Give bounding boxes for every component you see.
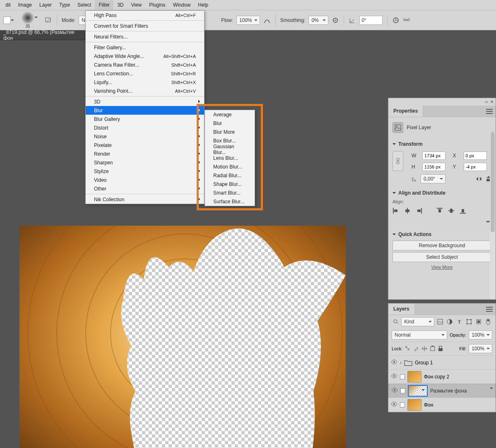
submenu-item-radial-blur-[interactable]: Radial Blur... xyxy=(205,171,255,180)
smoothing-select[interactable]: 0% xyxy=(308,16,328,25)
menu-item-render[interactable]: Render xyxy=(86,149,204,158)
menu-image[interactable]: Image xyxy=(14,0,36,10)
menu-item-distort[interactable]: Distort xyxy=(86,123,204,132)
menu-item-liquify-[interactable]: Liquify...Shift+Ctrl+X xyxy=(86,78,204,87)
airbrush-icon[interactable] xyxy=(263,17,271,24)
canvas-image[interactable] xyxy=(19,226,346,448)
view-more-link[interactable]: View More xyxy=(392,265,491,270)
menu-plugins[interactable]: Plugins xyxy=(145,0,169,10)
menu-item-stylize[interactable]: Stylize xyxy=(86,167,204,176)
smoothing-gear-icon[interactable] xyxy=(332,17,339,24)
layer-checkbox[interactable] xyxy=(400,388,405,393)
layer-thumbnail[interactable] xyxy=(407,371,421,383)
butterfly-icon[interactable] xyxy=(403,17,410,24)
menu-item-noise[interactable]: Noise xyxy=(86,132,204,141)
layer-thumbnail[interactable] xyxy=(407,399,421,411)
submenu-item-shape-blur-[interactable]: Shape Blur... xyxy=(205,180,255,188)
layer-checkbox[interactable] xyxy=(400,374,405,379)
angle-input[interactable]: 0° xyxy=(359,16,383,25)
tool-preset-dropdown[interactable] xyxy=(3,17,11,24)
menu-window[interactable]: Window xyxy=(169,0,195,10)
visibility-icon[interactable] xyxy=(391,388,398,394)
submenu-item-lens-blur-[interactable]: Lens Blur... xyxy=(205,154,255,162)
layers-tab[interactable]: Layers xyxy=(388,303,415,315)
submenu-item-average[interactable]: Average xyxy=(205,110,255,119)
close-icon[interactable]: ✕ xyxy=(490,99,494,105)
panel-scrollbar[interactable] xyxy=(490,132,496,299)
menu-item-pixelate[interactable]: Pixelate xyxy=(86,141,204,149)
filter-adjust-icon[interactable] xyxy=(446,318,454,325)
menu-item-filter-gallery-[interactable]: Filter Gallery... xyxy=(86,43,204,52)
visibility-icon[interactable] xyxy=(391,373,397,380)
menu-item-camera-raw-filter-[interactable]: Camera Raw Filter...Shift+Ctrl+A xyxy=(86,60,204,69)
select-subject-button[interactable]: Select Subject xyxy=(392,252,491,262)
symmetry-icon[interactable] xyxy=(392,17,400,24)
rotation-select[interactable]: 0,00° xyxy=(421,174,445,183)
blend-mode-select[interactable]: Normal xyxy=(392,330,447,340)
link-wh-icon[interactable] xyxy=(392,151,403,171)
filter-toggle-icon[interactable] xyxy=(484,318,492,325)
flip-h-icon[interactable] xyxy=(476,176,482,182)
align-header[interactable]: Align and Distribute xyxy=(392,188,491,198)
lock-artboard-icon[interactable] xyxy=(430,346,436,352)
transform-header[interactable]: Transform xyxy=(392,140,491,149)
panel-menu-icon[interactable] xyxy=(486,108,493,115)
filter-shape-icon[interactable] xyxy=(465,318,473,325)
filter-smart-icon[interactable] xyxy=(474,318,482,325)
menu-filter[interactable]: Filter xyxy=(95,0,113,10)
submenu-item-surface-blur-[interactable]: Surface Blur... xyxy=(205,197,255,206)
menu-dit[interactable]: dit xyxy=(2,0,14,10)
opacity-select[interactable]: 100% xyxy=(469,330,492,340)
lock-all-icon[interactable] xyxy=(438,346,443,352)
document-tab[interactable]: _8719.psd @ 66,7% (Размытие фон xyxy=(0,30,85,40)
more-options-icon[interactable]: ••• xyxy=(392,219,491,225)
kind-select[interactable]: Kind xyxy=(401,317,434,326)
lock-brush-icon[interactable] xyxy=(413,346,419,352)
align-bottom-icon[interactable] xyxy=(460,207,467,215)
align-top-icon[interactable] xyxy=(436,207,444,215)
layers-panel-menu-icon[interactable] xyxy=(486,306,493,313)
menu-type[interactable]: Type xyxy=(55,0,74,10)
remove-background-button[interactable]: Remove Background xyxy=(392,241,491,250)
layer-checkbox[interactable] xyxy=(400,402,405,407)
lock-transparent-icon[interactable] xyxy=(405,346,411,352)
expand-icon[interactable]: › xyxy=(400,360,402,366)
align-right-icon[interactable] xyxy=(416,207,423,215)
menu-item-sharpen[interactable]: Sharpen xyxy=(86,158,204,167)
menu-layer[interactable]: Layer xyxy=(36,0,55,10)
menu-item-neural-filters-[interactable]: Neural Filters... xyxy=(86,32,204,41)
submenu-item-smart-blur-[interactable]: Smart Blur... xyxy=(205,188,255,197)
submenu-item-gaussian-blur-[interactable]: Gaussian Blur... xyxy=(205,145,255,154)
visibility-icon[interactable] xyxy=(391,402,397,408)
menu-3d[interactable]: 3D xyxy=(113,0,127,10)
width-input[interactable] xyxy=(422,152,445,160)
fill-select[interactable]: 100% xyxy=(469,344,492,353)
properties-tab[interactable]: Properties xyxy=(388,106,423,117)
height-input[interactable] xyxy=(422,163,445,171)
layer-row[interactable]: ›Group 1 xyxy=(388,356,496,370)
menu-select[interactable]: Select xyxy=(74,0,95,10)
submenu-item-motion-blur-[interactable]: Motion Blur... xyxy=(205,162,255,171)
menu-item-convert-for-smart-filters[interactable]: Convert for Smart Filters xyxy=(86,22,204,30)
visibility-icon[interactable] xyxy=(391,359,397,366)
brush-preview[interactable]: 35 xyxy=(22,12,34,29)
menu-item-other[interactable]: Other xyxy=(86,184,204,193)
flow-select[interactable]: 100% xyxy=(236,16,260,25)
menu-item-vanishing-point-[interactable]: Vanishing Point...Alt+Ctrl+V xyxy=(86,87,204,95)
menu-item-nik-collection[interactable]: Nik Collection xyxy=(86,195,204,204)
tablet-pressure-icon[interactable] xyxy=(45,17,52,24)
filter-type-icon[interactable]: T xyxy=(455,318,463,325)
collapse-icon[interactable]: ‹‹ xyxy=(485,99,488,105)
quick-actions-header[interactable]: Quick Actions xyxy=(392,230,491,239)
filter-pixel-icon[interactable] xyxy=(436,318,444,325)
menu-item-adaptive-wide-angle-[interactable]: Adaptive Wide Angle...Alt+Shift+Ctrl+A xyxy=(86,52,204,60)
align-center-h-icon[interactable] xyxy=(404,207,412,215)
menu-item-3d[interactable]: 3D xyxy=(86,97,204,106)
align-left-icon[interactable] xyxy=(392,207,400,215)
menu-item-blur[interactable]: Blur xyxy=(86,106,204,115)
layer-thumbnail[interactable] xyxy=(408,385,428,397)
menu-help[interactable]: Help xyxy=(194,0,212,10)
align-center-v-icon[interactable] xyxy=(448,207,455,215)
layer-row[interactable]: Фон copy 2 xyxy=(388,370,496,384)
menu-item-blur-gallery[interactable]: Blur Gallery xyxy=(86,115,204,123)
